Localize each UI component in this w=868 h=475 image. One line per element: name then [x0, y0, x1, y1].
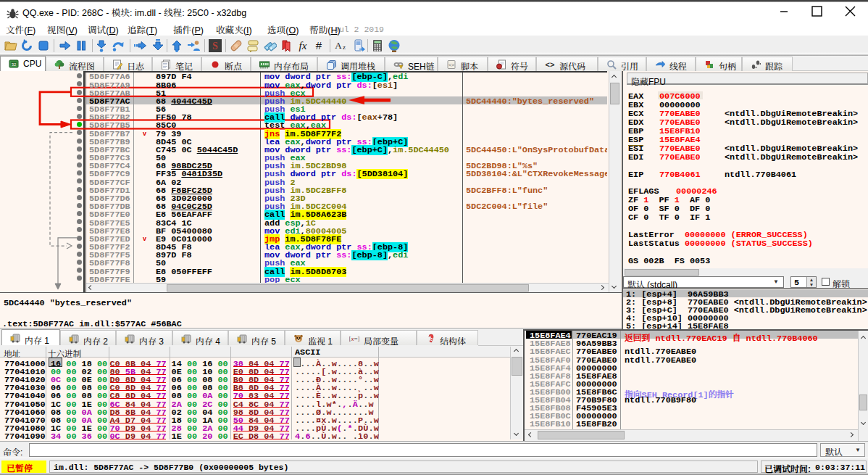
svg-text:z: z [343, 44, 346, 51]
svg-text:!: ! [401, 65, 401, 69]
svg-text:32: 32 [12, 62, 17, 67]
svg-text:A: A [335, 40, 342, 51]
svg-text:<>: <> [448, 62, 454, 67]
svg-text:fx: fx [299, 40, 307, 51]
svg-text:S: S [212, 41, 218, 51]
svg-text:#: # [316, 39, 322, 51]
svg-text:[x=]: [x=] [349, 335, 359, 342]
svg-text:<>: <> [546, 60, 555, 69]
